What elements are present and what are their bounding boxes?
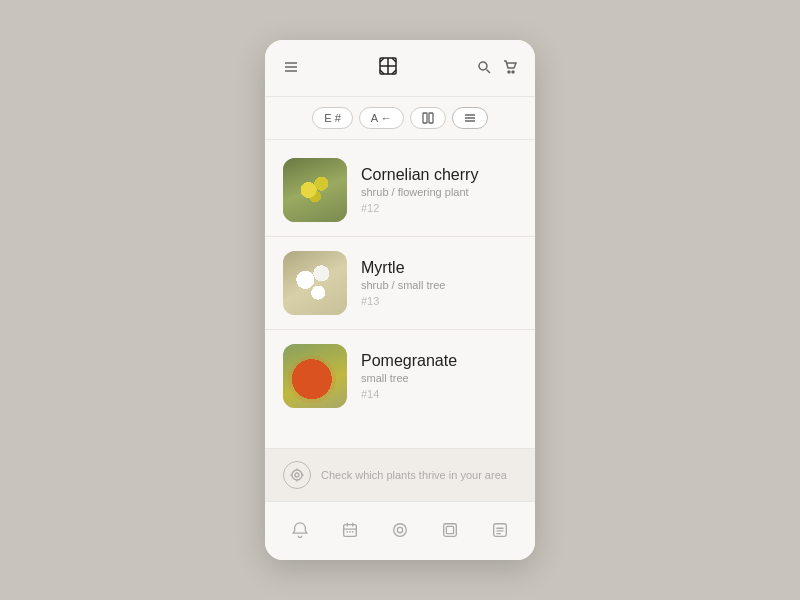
plant-number-pomegranate: #14	[361, 388, 517, 400]
plant-info-pomegranate: Pomegranate small tree #14	[361, 352, 517, 400]
filter-alpha-button[interactable]: A ←	[359, 107, 404, 129]
plant-type-pomegranate: small tree	[361, 372, 517, 384]
plant-name-pomegranate: Pomegranate	[361, 352, 517, 370]
svg-point-20	[295, 473, 299, 477]
svg-rect-34	[444, 524, 457, 537]
svg-rect-14	[423, 113, 427, 123]
filter-english-label: E #	[324, 112, 341, 124]
plant-number-myrtle: #13	[361, 295, 517, 307]
nav-list-icon[interactable]	[484, 514, 516, 546]
nav-home-icon[interactable]	[384, 514, 416, 546]
phone-card: E # A ← Cornelian cherry shrub / floweri	[265, 40, 535, 560]
cart-icon[interactable]	[503, 60, 517, 78]
location-icon	[283, 461, 311, 489]
plant-thumb-pomegranate	[283, 344, 347, 408]
plant-item-cornelian[interactable]: Cornelian cherry shrub / flowering plant…	[265, 144, 535, 237]
plant-info-cornelian: Cornelian cherry shrub / flowering plant…	[361, 166, 517, 214]
bottom-nav	[265, 501, 535, 560]
filter-grid-button[interactable]	[410, 107, 446, 129]
filter-alpha-label: A ←	[371, 112, 392, 124]
plant-type-cornelian: shrub / flowering plant	[361, 186, 517, 198]
svg-point-10	[479, 62, 487, 70]
location-text: Check which plants thrive in your area	[321, 469, 507, 481]
plant-name-myrtle: Myrtle	[361, 259, 517, 277]
header-actions	[477, 60, 517, 78]
plant-number-cornelian: #12	[361, 202, 517, 214]
header	[265, 40, 535, 97]
svg-point-32	[394, 524, 407, 537]
svg-point-12	[508, 71, 510, 73]
plant-thumb-cornelian	[283, 158, 347, 222]
location-banner[interactable]: Check which plants thrive in your area	[265, 448, 535, 501]
plant-name-cornelian: Cornelian cherry	[361, 166, 517, 184]
svg-rect-35	[446, 526, 453, 533]
search-icon[interactable]	[477, 60, 491, 78]
app-logo	[376, 54, 400, 84]
nav-calendar-icon[interactable]	[334, 514, 366, 546]
plant-type-myrtle: shrub / small tree	[361, 279, 517, 291]
svg-rect-15	[429, 113, 433, 123]
nav-collection-icon[interactable]	[434, 514, 466, 546]
svg-point-13	[512, 71, 514, 73]
svg-line-11	[487, 70, 491, 74]
svg-rect-36	[494, 524, 507, 537]
svg-point-19	[292, 470, 302, 480]
plant-list: Cornelian cherry shrub / flowering plant…	[265, 140, 535, 448]
filter-bar: E # A ←	[265, 97, 535, 140]
plant-thumb-myrtle	[283, 251, 347, 315]
filter-english-button[interactable]: E #	[312, 107, 353, 129]
plant-item-pomegranate[interactable]: Pomegranate small tree #14	[265, 330, 535, 422]
plant-item-myrtle[interactable]: Myrtle shrub / small tree #13	[265, 237, 535, 330]
nav-bell-icon[interactable]	[284, 514, 316, 546]
menu-icon[interactable]	[283, 59, 299, 79]
plant-info-myrtle: Myrtle shrub / small tree #13	[361, 259, 517, 307]
svg-rect-25	[344, 525, 357, 537]
filter-list-button[interactable]	[452, 107, 488, 129]
svg-point-33	[397, 527, 402, 532]
